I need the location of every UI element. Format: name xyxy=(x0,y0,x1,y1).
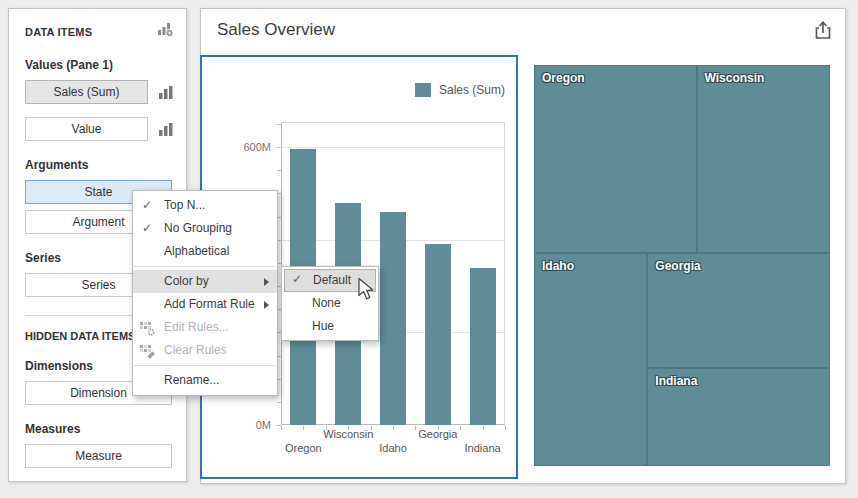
treemap-tile-label: Wisconsin xyxy=(705,71,765,85)
menu-item-rename[interactable]: Rename... xyxy=(133,369,277,392)
y-axis-tick xyxy=(277,124,281,125)
menu-separator xyxy=(134,365,276,366)
add-data-item-icon[interactable] xyxy=(157,22,174,41)
menu-item-top-n[interactable]: ✓Top N... xyxy=(133,194,277,217)
y-axis-label: 600M xyxy=(231,141,271,153)
dashboard-designer: DATA ITEMS Values (Pane 1) Sales (Sum) V… xyxy=(0,0,858,498)
y-axis-tick xyxy=(277,402,281,403)
bar-idaho[interactable] xyxy=(380,212,406,425)
data-item-value[interactable]: Value xyxy=(25,117,148,141)
bar-chart-icon xyxy=(159,86,173,99)
clear-rules-icon xyxy=(140,344,155,367)
treemap-tile-label: Indiana xyxy=(655,374,697,388)
menu-item-no-grouping[interactable]: ✓No Grouping xyxy=(133,217,277,240)
page-title: Sales Overview xyxy=(217,20,335,40)
legend-swatch xyxy=(415,83,431,97)
bar-chart-icon xyxy=(159,123,173,136)
x-axis-label: Oregon xyxy=(268,442,338,454)
x-axis-label: Indiana xyxy=(448,442,518,454)
bar-georgia[interactable] xyxy=(425,244,451,425)
x-axis-label: Georgia xyxy=(403,428,473,440)
submenu-arrow-icon xyxy=(264,301,269,309)
treemap-tile-idaho[interactable]: Idaho xyxy=(534,253,647,466)
gridline xyxy=(281,147,505,148)
context-menu: ✓Top N...✓No GroupingAlphabeticalColor b… xyxy=(132,190,278,396)
menu-item-add-format-rule[interactable]: Add Format Rule xyxy=(133,293,277,316)
data-item-measure-placeholder[interactable]: Measure xyxy=(25,444,172,468)
data-items-header: DATA ITEMS xyxy=(9,9,186,41)
data-item-sales-sum[interactable]: Sales (Sum) xyxy=(25,80,148,104)
checkmark-icon: ✓ xyxy=(142,194,152,217)
x-axis-label: Wisconsin xyxy=(313,428,383,440)
x-axis-label: Idaho xyxy=(358,442,428,454)
y-axis-tick xyxy=(277,170,281,171)
x-axis-tick xyxy=(281,426,282,430)
menu-item-hue[interactable]: Hue xyxy=(284,315,376,338)
menu-item-color-by[interactable]: Color by xyxy=(133,270,277,293)
treemap-tile-oregon[interactable]: Oregon xyxy=(534,65,697,253)
menu-separator xyxy=(134,266,276,267)
treemap-tile-label: Idaho xyxy=(542,259,574,273)
chart-legend: Sales (Sum) xyxy=(415,83,505,97)
treemap-tile-wisconsin[interactable]: Wisconsin xyxy=(697,65,830,253)
treemap-chart[interactable]: Oregon Wisconsin Idaho Georgia Indiana xyxy=(534,65,830,466)
measures-section-label: Measures xyxy=(25,422,170,436)
export-icon[interactable] xyxy=(814,21,832,44)
checkmark-icon: ✓ xyxy=(292,269,302,290)
treemap-tile-label: Oregon xyxy=(542,71,585,85)
legend-label: Sales (Sum) xyxy=(439,83,505,97)
treemap-tile-georgia[interactable]: Georgia xyxy=(647,253,830,367)
x-axis-tick xyxy=(393,426,394,430)
bar-indiana[interactable] xyxy=(470,268,496,426)
dashboard-item-panel: Sales Overview Sales (Sum) 0M600MOregonW… xyxy=(200,8,846,484)
menu-item-edit-rules: Edit Rules... xyxy=(133,316,277,339)
arguments-section-label: Arguments xyxy=(25,158,170,172)
values-section-label: Values (Pane 1) xyxy=(25,58,170,72)
y-axis-label: 0M xyxy=(231,419,271,431)
y-axis-tick xyxy=(277,147,281,148)
treemap-tile-label: Georgia xyxy=(655,259,700,273)
treemap-tile-indiana[interactable]: Indiana xyxy=(647,368,830,466)
menu-item-clear-rules: Clear Rules xyxy=(133,339,277,362)
menu-item-alphabetical[interactable]: Alphabetical xyxy=(133,240,277,263)
checkmark-icon: ✓ xyxy=(142,217,152,240)
mouse-cursor xyxy=(357,277,376,306)
panel-title: DATA ITEMS xyxy=(25,26,92,38)
submenu-arrow-icon xyxy=(264,278,269,286)
x-axis-tick xyxy=(505,426,506,430)
x-axis-tick xyxy=(303,426,304,430)
x-axis-tick xyxy=(483,426,484,430)
